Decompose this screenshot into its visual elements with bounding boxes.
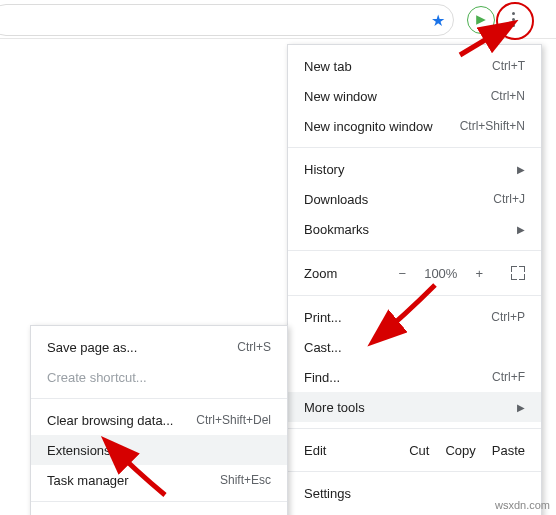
menu-more-tools[interactable]: More tools▶ <box>288 392 541 422</box>
submenu-clear-browsing[interactable]: Clear browsing data...Ctrl+Shift+Del <box>31 405 287 435</box>
menu-bookmarks[interactable]: Bookmarks▶ <box>288 214 541 244</box>
zoom-in-button[interactable]: + <box>471 266 487 281</box>
menu-find[interactable]: Find...Ctrl+F <box>288 362 541 392</box>
chrome-menu-button[interactable] <box>500 6 526 32</box>
browser-toolbar: ★ <box>0 0 556 39</box>
separator <box>288 147 541 148</box>
edit-label: Edit <box>304 443 393 458</box>
chevron-right-icon: ▶ <box>517 224 525 235</box>
menu-zoom: Zoom − 100% + <box>288 257 541 289</box>
separator <box>288 295 541 296</box>
chrome-main-menu: New tabCtrl+T New windowCtrl+N New incog… <box>287 44 542 515</box>
svg-marker-0 <box>476 15 486 25</box>
submenu-create-shortcut[interactable]: Create shortcut... <box>31 362 287 392</box>
separator <box>31 398 287 399</box>
zoom-label: Zoom <box>304 266 395 281</box>
edit-copy[interactable]: Copy <box>445 443 475 458</box>
menu-history[interactable]: History▶ <box>288 154 541 184</box>
zoom-out-button[interactable]: − <box>395 266 411 281</box>
kebab-icon <box>512 12 515 27</box>
menu-edit-row: Edit Cut Copy Paste <box>288 435 541 465</box>
separator <box>288 428 541 429</box>
bookmark-star-icon[interactable]: ★ <box>431 11 445 30</box>
fullscreen-icon[interactable] <box>511 266 525 280</box>
submenu-save-page[interactable]: Save page as...Ctrl+S <box>31 332 287 362</box>
zoom-value: 100% <box>424 266 457 281</box>
separator <box>288 250 541 251</box>
edit-cut[interactable]: Cut <box>409 443 429 458</box>
more-tools-submenu: Save page as...Ctrl+S Create shortcut...… <box>30 325 288 515</box>
watermark: wsxdn.com <box>495 499 550 511</box>
menu-new-tab[interactable]: New tabCtrl+T <box>288 51 541 81</box>
edit-paste[interactable]: Paste <box>492 443 525 458</box>
submenu-task-manager[interactable]: Task managerShift+Esc <box>31 465 287 495</box>
menu-print[interactable]: Print...Ctrl+P <box>288 302 541 332</box>
separator <box>288 471 541 472</box>
omnibox[interactable]: ★ <box>0 4 454 36</box>
menu-cast[interactable]: Cast... <box>288 332 541 362</box>
menu-downloads[interactable]: DownloadsCtrl+J <box>288 184 541 214</box>
separator <box>31 501 287 502</box>
menu-new-incognito[interactable]: New incognito windowCtrl+Shift+N <box>288 111 541 141</box>
extension-icon[interactable] <box>467 6 495 34</box>
menu-new-window[interactable]: New windowCtrl+N <box>288 81 541 111</box>
submenu-developer-tools[interactable]: Developer toolsCtrl+Shift+I <box>31 508 287 515</box>
submenu-extensions[interactable]: Extensions <box>31 435 287 465</box>
chevron-right-icon: ▶ <box>517 164 525 175</box>
chevron-right-icon: ▶ <box>517 402 525 413</box>
